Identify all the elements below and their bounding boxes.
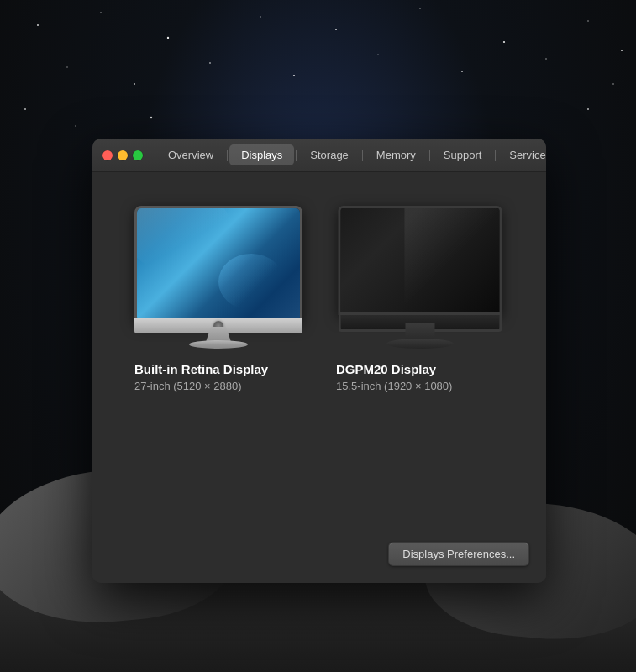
builtin-display-item: Built-in Retina Display 27-inch (5120 × … (134, 206, 302, 392)
svg-point-7 (587, 20, 588, 21)
minimize-button[interactable] (118, 150, 128, 160)
tab-memory[interactable]: Memory (365, 144, 428, 165)
tab-service[interactable]: Service (497, 144, 546, 165)
svg-point-0 (37, 24, 39, 26)
svg-point-17 (75, 125, 76, 127)
builtin-display-spec: 27-inch (5120 × 2880) (134, 380, 302, 392)
maximize-button[interactable] (133, 150, 143, 160)
svg-point-11 (209, 62, 211, 64)
tab-storage[interactable]: Storage (298, 144, 360, 165)
svg-point-13 (377, 54, 378, 55)
external-monitor-illustration (336, 206, 504, 349)
bottom-bar: Displays Preferences... (92, 525, 546, 583)
builtin-display-name: Built-in Retina Display (134, 362, 302, 376)
svg-point-16 (24, 108, 26, 110)
svg-point-12 (293, 75, 295, 76)
tab-separator-3 (362, 150, 363, 161)
ext-stand-neck (406, 323, 435, 340)
svg-point-15 (545, 58, 547, 60)
tab-bar: Overview Displays Storage Memory Support… (156, 144, 546, 165)
svg-point-6 (503, 41, 505, 43)
tab-displays[interactable]: Displays (229, 144, 294, 165)
svg-point-10 (134, 83, 135, 85)
svg-point-1 (100, 12, 102, 13)
imac-screen (134, 206, 302, 323)
imac-screen-content (137, 208, 300, 321)
close-button[interactable] (102, 150, 113, 160)
external-display-item: DGPM20 Display 15.5-inch (1920 × 1080) (336, 206, 504, 392)
svg-point-2 (167, 37, 169, 39)
svg-point-3 (260, 16, 260, 17)
svg-point-5 (419, 8, 421, 9)
svg-point-20 (612, 83, 614, 85)
svg-point-9 (66, 66, 68, 68)
tab-separator-4 (429, 150, 430, 161)
traffic-lights (102, 150, 143, 160)
tab-separator-1 (227, 150, 228, 161)
displays-grid: Built-in Retina Display 27-inch (5120 × … (126, 206, 512, 392)
builtin-display-info: Built-in Retina Display 27-inch (5120 × … (134, 362, 302, 392)
tab-separator-5 (495, 150, 496, 161)
titlebar: Overview Displays Storage Memory Support… (92, 139, 546, 172)
tab-support[interactable]: Support (432, 144, 494, 165)
displays-preferences-button[interactable]: Displays Preferences... (388, 542, 529, 566)
displays-content: Built-in Retina Display 27-inch (5120 × … (92, 172, 546, 525)
imac-illustration (134, 206, 302, 349)
tab-overview[interactable]: Overview (156, 144, 225, 165)
ext-screen-content (341, 208, 500, 312)
svg-point-14 (461, 71, 463, 72)
svg-point-19 (587, 108, 589, 110)
external-display-info: DGPM20 Display 15.5-inch (1920 × 1080) (336, 362, 504, 392)
ext-screen (339, 206, 502, 315)
external-display-name: DGPM20 Display (336, 362, 504, 376)
svg-point-18 (150, 117, 152, 118)
svg-point-8 (621, 50, 623, 51)
about-this-mac-window: Overview Displays Storage Memory Support… (92, 139, 546, 583)
svg-point-4 (335, 29, 337, 30)
external-display-spec: 15.5-inch (1920 × 1080) (336, 380, 504, 392)
tab-separator-2 (296, 150, 297, 161)
ext-stand-base (386, 339, 454, 349)
imac-stand-base (189, 340, 248, 349)
